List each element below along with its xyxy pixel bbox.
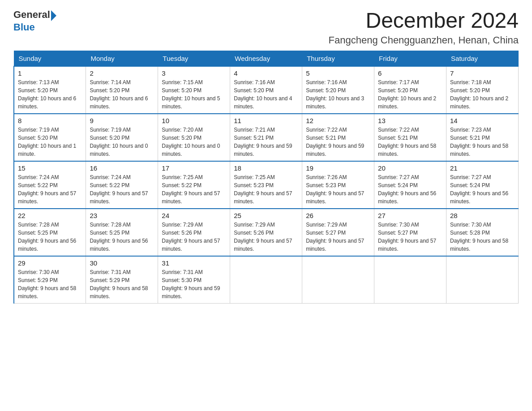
day-number: 3 xyxy=(162,69,226,77)
day-info: Sunrise: 7:31 AMSunset: 5:29 PMDaylight:… xyxy=(90,268,154,300)
day-number: 15 xyxy=(18,164,82,172)
calendar-cell: 18Sunrise: 7:25 AMSunset: 5:23 PMDayligh… xyxy=(230,161,302,209)
day-info: Sunrise: 7:28 AMSunset: 5:25 PMDaylight:… xyxy=(90,221,154,253)
calendar-week-row: 15Sunrise: 7:24 AMSunset: 5:22 PMDayligh… xyxy=(14,161,519,209)
day-number: 17 xyxy=(162,164,226,172)
calendar-cell: 4Sunrise: 7:16 AMSunset: 5:20 PMDaylight… xyxy=(230,66,302,114)
page-header: General Blue December 2024 Fangcheng Che… xyxy=(13,9,519,46)
day-number: 4 xyxy=(234,69,298,77)
calendar-cell: 6Sunrise: 7:17 AMSunset: 5:20 PMDaylight… xyxy=(374,66,446,114)
day-info: Sunrise: 7:18 AMSunset: 5:20 PMDaylight:… xyxy=(450,78,515,111)
day-number: 28 xyxy=(450,212,515,219)
header-monday: Monday xyxy=(86,51,158,66)
logo-general-text: General xyxy=(13,9,50,21)
day-number: 18 xyxy=(234,164,298,172)
day-info: Sunrise: 7:13 AMSunset: 5:20 PMDaylight:… xyxy=(18,78,82,111)
day-number: 22 xyxy=(18,212,82,219)
calendar-cell: 29Sunrise: 7:30 AMSunset: 5:29 PMDayligh… xyxy=(14,256,86,304)
day-number: 10 xyxy=(162,117,226,124)
day-info: Sunrise: 7:30 AMSunset: 5:27 PMDaylight:… xyxy=(378,221,442,253)
day-number: 29 xyxy=(18,259,82,267)
calendar-cell: 20Sunrise: 7:27 AMSunset: 5:24 PMDayligh… xyxy=(374,161,446,209)
calendar-cell xyxy=(302,256,374,304)
day-info: Sunrise: 7:16 AMSunset: 5:20 PMDaylight:… xyxy=(234,78,298,111)
calendar-cell: 21Sunrise: 7:27 AMSunset: 5:24 PMDayligh… xyxy=(446,161,519,209)
calendar-cell: 11Sunrise: 7:21 AMSunset: 5:21 PMDayligh… xyxy=(230,114,302,161)
calendar-cell: 14Sunrise: 7:23 AMSunset: 5:21 PMDayligh… xyxy=(446,114,519,161)
calendar-cell: 23Sunrise: 7:28 AMSunset: 5:25 PMDayligh… xyxy=(86,209,158,256)
day-number: 1 xyxy=(18,69,82,77)
header-thursday: Thursday xyxy=(302,51,374,66)
header-row: SundayMondayTuesdayWednesdayThursdayFrid… xyxy=(14,51,519,66)
day-info: Sunrise: 7:24 AMSunset: 5:22 PMDaylight:… xyxy=(18,173,82,206)
header-wednesday: Wednesday xyxy=(230,51,302,66)
calendar-cell: 8Sunrise: 7:19 AMSunset: 5:20 PMDaylight… xyxy=(14,114,86,161)
calendar-cell: 16Sunrise: 7:24 AMSunset: 5:22 PMDayligh… xyxy=(86,161,158,209)
day-number: 31 xyxy=(162,259,226,267)
day-info: Sunrise: 7:19 AMSunset: 5:20 PMDaylight:… xyxy=(18,126,82,158)
day-info: Sunrise: 7:29 AMSunset: 5:26 PMDaylight:… xyxy=(162,221,226,253)
day-info: Sunrise: 7:22 AMSunset: 5:21 PMDaylight:… xyxy=(306,126,370,158)
day-info: Sunrise: 7:20 AMSunset: 5:20 PMDaylight:… xyxy=(162,126,226,158)
header-friday: Friday xyxy=(374,51,446,66)
header-saturday: Saturday xyxy=(446,51,519,66)
header-sunday: Sunday xyxy=(14,51,86,66)
calendar-cell: 1Sunrise: 7:13 AMSunset: 5:20 PMDaylight… xyxy=(14,66,86,114)
day-info: Sunrise: 7:17 AMSunset: 5:20 PMDaylight:… xyxy=(378,78,442,111)
day-number: 6 xyxy=(378,69,442,77)
day-info: Sunrise: 7:21 AMSunset: 5:21 PMDaylight:… xyxy=(234,126,298,158)
day-info: Sunrise: 7:30 AMSunset: 5:28 PMDaylight:… xyxy=(450,221,515,253)
calendar-cell: 19Sunrise: 7:26 AMSunset: 5:23 PMDayligh… xyxy=(302,161,374,209)
title-block: December 2024 Fangcheng Chengguanzhen, H… xyxy=(329,9,519,46)
day-info: Sunrise: 7:24 AMSunset: 5:22 PMDaylight:… xyxy=(90,173,154,206)
day-number: 27 xyxy=(378,212,442,219)
day-info: Sunrise: 7:25 AMSunset: 5:23 PMDaylight:… xyxy=(234,173,298,206)
day-info: Sunrise: 7:27 AMSunset: 5:24 PMDaylight:… xyxy=(378,173,442,206)
day-number: 8 xyxy=(18,117,82,124)
day-number: 21 xyxy=(450,164,515,172)
calendar-week-row: 8Sunrise: 7:19 AMSunset: 5:20 PMDaylight… xyxy=(14,114,519,161)
location-title: Fangcheng Chengguanzhen, Henan, China xyxy=(329,34,519,46)
day-number: 14 xyxy=(450,117,515,124)
calendar-cell: 25Sunrise: 7:29 AMSunset: 5:26 PMDayligh… xyxy=(230,209,302,256)
day-info: Sunrise: 7:16 AMSunset: 5:20 PMDaylight:… xyxy=(306,78,370,111)
logo-blue-text: Blue xyxy=(13,21,35,33)
logo-triangle-icon xyxy=(51,10,56,21)
logo: General Blue xyxy=(13,9,56,33)
calendar-cell: 3Sunrise: 7:15 AMSunset: 5:20 PMDaylight… xyxy=(158,66,230,114)
calendar-cell: 24Sunrise: 7:29 AMSunset: 5:26 PMDayligh… xyxy=(158,209,230,256)
calendar-week-row: 29Sunrise: 7:30 AMSunset: 5:29 PMDayligh… xyxy=(14,256,519,304)
day-info: Sunrise: 7:25 AMSunset: 5:22 PMDaylight:… xyxy=(162,173,226,206)
day-info: Sunrise: 7:14 AMSunset: 5:20 PMDaylight:… xyxy=(90,78,154,111)
day-number: 24 xyxy=(162,212,226,219)
day-info: Sunrise: 7:27 AMSunset: 5:24 PMDaylight:… xyxy=(450,173,515,206)
month-title: December 2024 xyxy=(329,9,519,33)
day-info: Sunrise: 7:15 AMSunset: 5:20 PMDaylight:… xyxy=(162,78,226,111)
calendar-cell: 7Sunrise: 7:18 AMSunset: 5:20 PMDaylight… xyxy=(446,66,519,114)
day-info: Sunrise: 7:23 AMSunset: 5:21 PMDaylight:… xyxy=(450,126,515,158)
day-info: Sunrise: 7:28 AMSunset: 5:25 PMDaylight:… xyxy=(18,221,82,253)
calendar-week-row: 1Sunrise: 7:13 AMSunset: 5:20 PMDaylight… xyxy=(14,66,519,114)
calendar-cell: 22Sunrise: 7:28 AMSunset: 5:25 PMDayligh… xyxy=(14,209,86,256)
calendar-cell: 15Sunrise: 7:24 AMSunset: 5:22 PMDayligh… xyxy=(14,161,86,209)
day-number: 12 xyxy=(306,117,370,124)
day-number: 26 xyxy=(306,212,370,219)
day-number: 19 xyxy=(306,164,370,172)
calendar-cell: 13Sunrise: 7:22 AMSunset: 5:21 PMDayligh… xyxy=(374,114,446,161)
calendar-table: SundayMondayTuesdayWednesdayThursdayFrid… xyxy=(13,51,519,304)
calendar-cell xyxy=(230,256,302,304)
day-number: 13 xyxy=(378,117,442,124)
calendar-cell: 31Sunrise: 7:31 AMSunset: 5:30 PMDayligh… xyxy=(158,256,230,304)
day-number: 7 xyxy=(450,69,515,77)
day-number: 16 xyxy=(90,164,154,172)
calendar-cell: 12Sunrise: 7:22 AMSunset: 5:21 PMDayligh… xyxy=(302,114,374,161)
header-tuesday: Tuesday xyxy=(158,51,230,66)
day-info: Sunrise: 7:22 AMSunset: 5:21 PMDaylight:… xyxy=(378,126,442,158)
calendar-cell: 30Sunrise: 7:31 AMSunset: 5:29 PMDayligh… xyxy=(86,256,158,304)
day-number: 9 xyxy=(90,117,154,124)
day-number: 2 xyxy=(90,69,154,77)
calendar-week-row: 22Sunrise: 7:28 AMSunset: 5:25 PMDayligh… xyxy=(14,209,519,256)
calendar-cell: 5Sunrise: 7:16 AMSunset: 5:20 PMDaylight… xyxy=(302,66,374,114)
day-number: 23 xyxy=(90,212,154,219)
day-info: Sunrise: 7:19 AMSunset: 5:20 PMDaylight:… xyxy=(90,126,154,158)
